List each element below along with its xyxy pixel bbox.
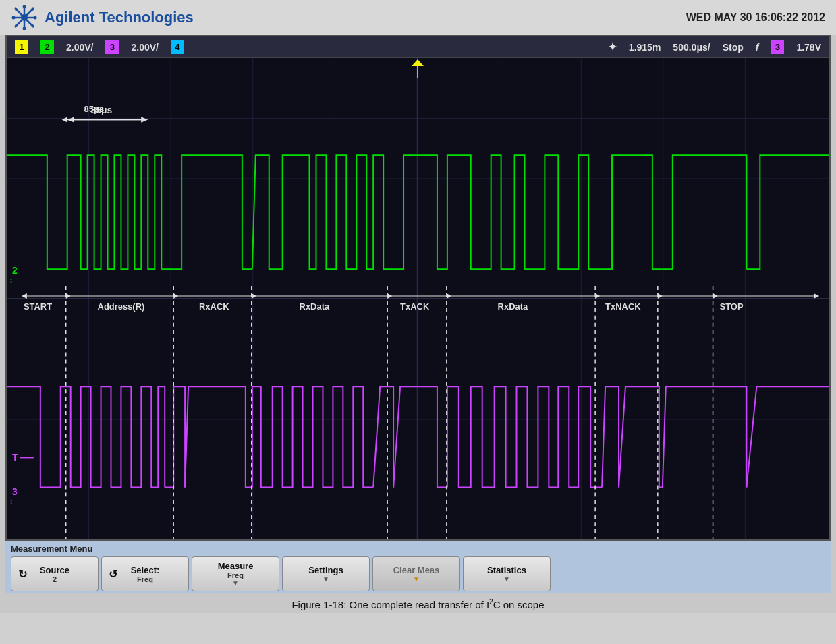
measure-button[interactable]: Measure Freq ▼ bbox=[192, 556, 279, 591]
timebase: 500.0μs/ bbox=[673, 42, 710, 53]
settings-arrow: ▼ bbox=[323, 575, 329, 583]
svg-point-7 bbox=[12, 16, 16, 20]
svg-text:85μs: 85μs bbox=[84, 104, 105, 114]
clear-meas-button[interactable]: Clear Meas ▼ bbox=[372, 556, 460, 591]
svg-text:TxNACK: TxNACK bbox=[605, 301, 641, 312]
measure-arrow: ▼ bbox=[232, 579, 239, 587]
logo-area: Agilent Technologies bbox=[11, 4, 194, 31]
svg-point-5 bbox=[23, 5, 26, 9]
clear-meas-label: Clear Meas bbox=[393, 565, 440, 575]
svg-point-11 bbox=[31, 8, 34, 11]
svg-text:2: 2 bbox=[12, 265, 18, 276]
svg-text:TxACK: TxACK bbox=[400, 301, 430, 312]
svg-point-12 bbox=[15, 24, 18, 27]
svg-text:3: 3 bbox=[12, 486, 18, 497]
svg-marker-31 bbox=[412, 59, 424, 66]
settings-label: Settings bbox=[308, 565, 343, 575]
run-state: Stop bbox=[723, 42, 744, 53]
source-label: Source bbox=[40, 565, 69, 575]
svg-marker-57 bbox=[252, 293, 256, 299]
scope-waveform: 85μs bbox=[7, 58, 829, 539]
svg-point-10 bbox=[31, 24, 34, 27]
svg-marker-54 bbox=[66, 293, 71, 299]
svg-point-9 bbox=[15, 8, 18, 11]
svg-marker-61 bbox=[658, 293, 663, 299]
svg-marker-35 bbox=[67, 117, 74, 123]
logo-icon bbox=[11, 4, 38, 31]
meas-menu: Measurement Menu ↻ Source 2 ↺ Select: Fr… bbox=[5, 541, 831, 593]
svg-text:RxACK: RxACK bbox=[199, 301, 229, 312]
svg-marker-59 bbox=[447, 293, 451, 299]
svg-text:STOP: STOP bbox=[720, 301, 744, 312]
meas-menu-title: Measurement Menu bbox=[11, 544, 825, 554]
figure-caption: Figure 1-18: One complete read transfer … bbox=[0, 593, 836, 613]
meas-buttons: ↻ Source 2 ↺ Select: Freq Measure Freq ▼… bbox=[11, 556, 825, 591]
svg-text:START: START bbox=[24, 301, 52, 312]
scope-screen: 1 2 2.00V/ 3 2.00V/ 4 ✦ 1.915m 500.0μs/ … bbox=[5, 35, 831, 541]
trigger-level: 1.78V bbox=[796, 42, 821, 53]
statistics-button[interactable]: Statistics ▼ bbox=[463, 556, 551, 591]
waveform-svg: 85μs bbox=[7, 58, 829, 539]
trigger-ch-badge: 3 bbox=[771, 40, 784, 54]
select-sub: Freq bbox=[137, 575, 153, 583]
ch3-badge: 3 bbox=[105, 40, 119, 54]
ch4-badge: 4 bbox=[171, 40, 184, 54]
svg-marker-58 bbox=[387, 293, 392, 299]
svg-marker-79 bbox=[62, 117, 67, 123]
svg-text:Address(R): Address(R) bbox=[98, 301, 145, 312]
svg-marker-80 bbox=[141, 117, 146, 123]
svg-text:85μs: 85μs bbox=[91, 105, 113, 115]
ch3-scale: 2.00V/ bbox=[131, 42, 158, 53]
gear-icon: ✦ bbox=[608, 40, 617, 53]
ch1-badge: 1 bbox=[15, 40, 28, 54]
clear-meas-arrow: ▼ bbox=[413, 575, 420, 583]
logo-text: Agilent Technologies bbox=[45, 9, 194, 26]
svg-point-4 bbox=[21, 14, 28, 21]
svg-point-8 bbox=[34, 16, 37, 20]
ch2-scale: 2.00V/ bbox=[66, 42, 93, 53]
svg-marker-56 bbox=[173, 293, 178, 299]
svg-text:T: T bbox=[12, 452, 18, 463]
select-icon: ↺ bbox=[109, 568, 117, 581]
time-ref: 1.915m bbox=[629, 42, 661, 53]
trigger-edge: f bbox=[756, 42, 759, 53]
statistics-arrow: ▼ bbox=[503, 575, 510, 583]
scope-topbar-right: ✦ 1.915m 500.0μs/ Stop f 3 1.78V bbox=[608, 40, 821, 54]
svg-text:↕: ↕ bbox=[9, 276, 13, 284]
svg-point-6 bbox=[23, 27, 26, 30]
measure-sub: Freq bbox=[227, 571, 244, 579]
svg-marker-62 bbox=[713, 293, 718, 299]
scope-topbar: 1 2 2.00V/ 3 2.00V/ 4 ✦ 1.915m 500.0μs/ … bbox=[7, 36, 829, 58]
settings-button[interactable]: Settings ▼ bbox=[282, 556, 370, 591]
svg-marker-60 bbox=[595, 293, 600, 299]
svg-marker-34 bbox=[141, 117, 148, 123]
main-container: Agilent Technologies WED MAY 30 16:06:22… bbox=[0, 0, 836, 613]
select-label: Select: bbox=[131, 565, 160, 575]
select-button[interactable]: ↺ Select: Freq bbox=[101, 556, 189, 591]
svg-text:↕: ↕ bbox=[9, 497, 13, 505]
svg-text:RxData: RxData bbox=[498, 301, 528, 312]
svg-text:RxData: RxData bbox=[300, 301, 330, 312]
ch2-badge: 2 bbox=[40, 40, 54, 54]
source-icon: ↻ bbox=[18, 568, 27, 581]
source-button[interactable]: ↻ Source 2 bbox=[11, 556, 99, 591]
statistics-label: Statistics bbox=[487, 565, 526, 575]
header: Agilent Technologies WED MAY 30 16:06:22… bbox=[0, 0, 836, 35]
svg-marker-55 bbox=[22, 293, 27, 299]
measure-label: Measure bbox=[218, 561, 254, 571]
svg-marker-63 bbox=[814, 293, 819, 299]
source-sub: 2 bbox=[53, 575, 57, 583]
header-datetime: WED MAY 30 16:06:22 2012 bbox=[686, 11, 825, 24]
